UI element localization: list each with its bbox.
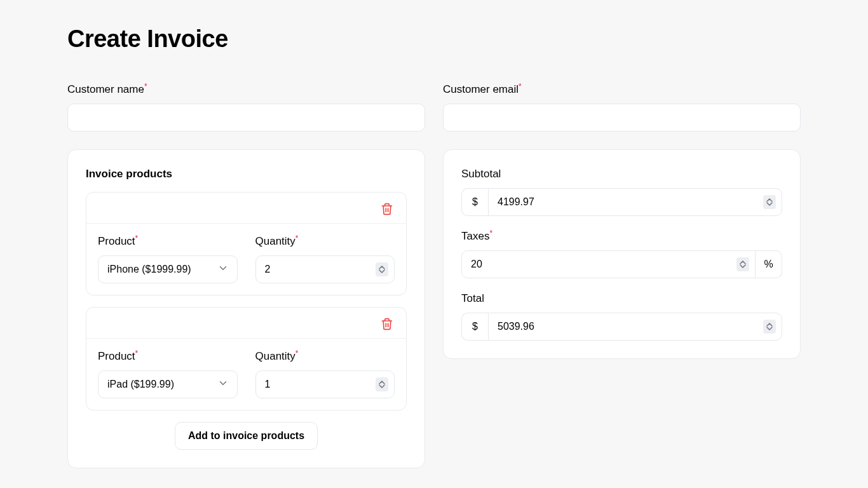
quantity-input[interactable]: 1 xyxy=(255,370,395,398)
add-product-button[interactable]: Add to invoice products xyxy=(175,422,318,450)
invoice-products-heading: Invoice products xyxy=(86,168,407,180)
percent-symbol: % xyxy=(756,250,782,278)
currency-symbol: $ xyxy=(461,188,488,216)
customer-email-label: Customer email xyxy=(443,83,801,96)
product-row: Product iPad ($199.99) Quantity 1 xyxy=(86,307,407,410)
product-label: Product xyxy=(98,235,238,248)
taxes-label: Taxes xyxy=(461,230,782,243)
quantity-input[interactable]: 2 xyxy=(255,255,395,283)
page-title: Create Invoice xyxy=(67,25,801,53)
product-label: Product xyxy=(98,350,238,363)
taxes-input[interactable]: 20 xyxy=(461,250,756,278)
quantity-label: Quantity xyxy=(255,350,395,363)
quantity-label: Quantity xyxy=(255,235,395,248)
product-select[interactable]: iPad ($199.99) xyxy=(98,370,238,398)
total-label: Total xyxy=(461,292,782,305)
product-select[interactable]: iPhone ($1999.99) xyxy=(98,255,238,283)
total-input[interactable]: 5039.96 xyxy=(488,313,782,341)
customer-email-input[interactable] xyxy=(443,104,801,132)
customer-name-label: Customer name xyxy=(67,83,425,96)
subtotal-input[interactable]: 4199.97 xyxy=(488,188,782,216)
product-row: Product iPhone ($1999.99) Quantity 2 xyxy=(86,192,407,295)
trash-icon[interactable] xyxy=(379,201,395,217)
subtotal-label: Subtotal xyxy=(461,168,782,180)
trash-icon[interactable] xyxy=(379,316,395,332)
customer-name-input[interactable] xyxy=(67,104,425,132)
currency-symbol: $ xyxy=(461,313,488,341)
